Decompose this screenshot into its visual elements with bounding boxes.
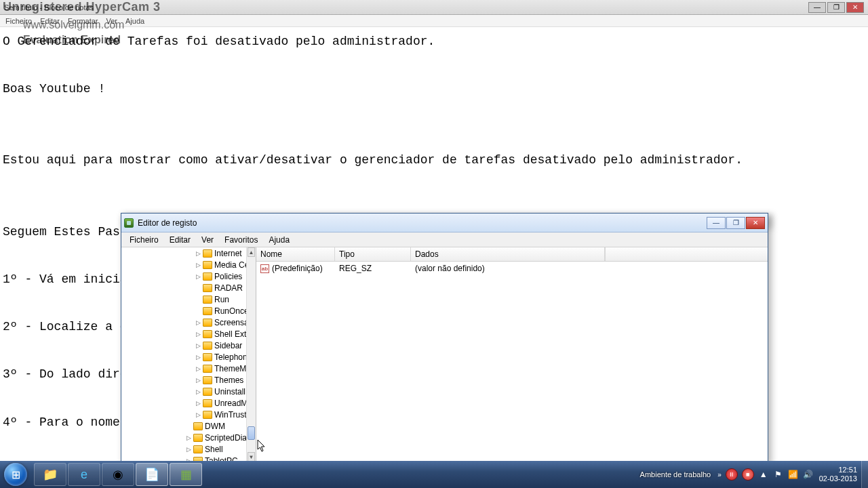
menu-ficheiro[interactable]: Ficheiro (5, 17, 32, 25)
scroll-down-icon[interactable]: ▼ (248, 452, 255, 462)
tree-label: ThemeManager (214, 364, 246, 373)
tree-label: Shell (205, 445, 223, 454)
menu-favoritos[interactable]: Favoritos (219, 234, 263, 246)
expander-icon[interactable]: ▷ (195, 400, 201, 407)
value-list-header[interactable]: Nome Tipo Dados (256, 247, 768, 262)
start-button[interactable] (0, 461, 31, 488)
tree-label: Screensavers (214, 318, 246, 327)
registry-tree[interactable]: ▷Internet▷Media Center▷PoliciesRADARRunR… (121, 247, 256, 462)
tree-node[interactable]: ▷Sidebar (121, 340, 246, 351)
show-desktop-button[interactable] (861, 461, 868, 488)
tree-node[interactable]: ▷Internet (121, 247, 246, 259)
folder-icon (193, 434, 203, 442)
menu-editar[interactable]: Editar (40, 17, 60, 25)
clock-time: 12:51 (819, 466, 857, 474)
menu-ver[interactable]: Ver (196, 234, 219, 246)
tree-label: Sidebar (214, 341, 242, 350)
tree-node[interactable]: ▷Telephony (121, 351, 246, 363)
tree-label: Telephony (214, 352, 246, 362)
expander-icon[interactable] (195, 285, 201, 291)
menu-ficheiro[interactable]: Ficheiro (124, 234, 164, 246)
folder-icon (203, 411, 212, 419)
tree-label: Shell Extensions (214, 329, 246, 339)
menu-ajuda[interactable]: Ajuda (263, 234, 295, 246)
tree-node[interactable]: RADAR (121, 282, 246, 293)
tree-node[interactable]: ▷ScriptedDiagnostics (121, 432, 246, 443)
expander-icon[interactable]: ▷ (195, 411, 201, 418)
folder-icon (203, 365, 212, 373)
menu-formatar[interactable]: Formatar (68, 17, 98, 25)
menu-editar[interactable]: Editar (164, 234, 196, 246)
expander-icon[interactable]: ▷ (185, 434, 192, 441)
col-spacer[interactable] (605, 247, 768, 261)
tree-node[interactable]: ▷ThemeManager (121, 363, 246, 374)
folder-icon (203, 319, 212, 327)
tree-label: Policies (214, 272, 242, 281)
tree-node[interactable]: ▷UnreadMail (121, 397, 246, 409)
tree-label: ScriptedDiagnostics (205, 433, 246, 443)
volume-icon[interactable]: 🔊 (803, 469, 814, 480)
taskbar-chrome[interactable]: ◉ (102, 463, 134, 486)
tree-label: DWM (205, 422, 225, 431)
tree-node[interactable]: ▷Themes (121, 374, 246, 386)
maximize-button[interactable]: ❐ (827, 2, 845, 13)
scroll-thumb[interactable] (248, 426, 255, 440)
minimize-button[interactable]: — (707, 217, 726, 229)
record-stop-icon[interactable]: ■ (742, 468, 754, 481)
col-name[interactable]: Nome (256, 247, 335, 261)
expander-icon[interactable]: ▷ (195, 331, 201, 338)
tree-node[interactable]: DWM (121, 420, 246, 432)
tree-node[interactable]: ▷Policies (121, 270, 246, 282)
menu-ver[interactable]: Ver (106, 17, 118, 25)
active-desktop-label[interactable]: Ambiente de trabalho (640, 470, 711, 479)
action-center-icon[interactable]: ⚑ (773, 469, 784, 480)
expander-icon[interactable]: ▷ (195, 273, 201, 280)
close-button[interactable]: ✕ (846, 2, 864, 13)
expander-icon[interactable]: ▷ (195, 319, 201, 326)
record-pause-icon[interactable]: II (726, 468, 738, 481)
close-button[interactable]: ✕ (746, 217, 765, 229)
taskbar-explorer[interactable]: 📁 (34, 463, 66, 486)
value-list-body[interactable]: ab(Predefinição)REG_SZ(valor não definid… (256, 262, 768, 462)
string-value-icon: ab (260, 264, 269, 273)
value-row[interactable]: ab(Predefinição)REG_SZ(valor não definid… (256, 262, 768, 275)
tree-label: WinTrust (214, 410, 246, 420)
taskbar-ie[interactable]: e (68, 463, 100, 486)
col-type[interactable]: Tipo (335, 247, 411, 261)
minimize-button[interactable]: — (808, 2, 826, 13)
expander-icon[interactable]: ▷ (185, 446, 192, 453)
tree-node[interactable]: RunOnce (121, 305, 246, 317)
taskbar-clock[interactable]: 12:51 02-03-2013 (819, 466, 857, 483)
tray-arrow-icon[interactable]: ▲ (758, 469, 769, 480)
tree-node[interactable]: ▷Shell Extensions (121, 328, 246, 340)
expander-icon[interactable]: ▷ (195, 365, 201, 372)
expander-icon[interactable] (185, 423, 192, 430)
maximize-button[interactable]: ❐ (726, 217, 745, 229)
tree-node[interactable]: Run (121, 293, 246, 305)
scroll-up-icon[interactable]: ▲ (248, 247, 255, 257)
expander-icon[interactable]: ▷ (195, 262, 201, 268)
tree-scrollbar[interactable]: ▲ ▼ (246, 247, 256, 462)
col-data[interactable]: Dados (411, 247, 605, 261)
tree-node[interactable]: ▷WinTrust (121, 409, 246, 420)
regedit-titlebar[interactable]: Editor de registo — ❐ ✕ (121, 214, 768, 232)
value-name: (Predefinição) (272, 264, 323, 273)
expander-icon[interactable]: ▷ (195, 354, 201, 361)
expander-icon[interactable]: ▷ (195, 377, 201, 384)
tree-node[interactable]: ▷Shell (121, 443, 246, 455)
taskbar-notepad[interactable]: 📄 (136, 463, 168, 486)
expander-icon[interactable] (195, 308, 201, 314)
menu-ajuda[interactable]: Ajuda (125, 17, 144, 25)
expander-icon[interactable] (195, 296, 201, 303)
expander-icon[interactable]: ▷ (195, 342, 201, 349)
tree-node[interactable]: ▷Media Center (121, 259, 246, 270)
taskbar-regedit[interactable]: ▦ (170, 463, 202, 486)
network-icon[interactable]: 📶 (788, 469, 799, 480)
notepad-titlebar[interactable]: Sem título - Bloco de notas — ❐ ✕ (0, 0, 868, 15)
regedit-window: Editor de registo — ❐ ✕ FicheiroEditarVe… (121, 213, 768, 462)
expander-icon[interactable]: ▷ (195, 388, 201, 395)
tree-node[interactable]: ▷Screensavers (121, 317, 246, 328)
toolbar-chevron-icon[interactable]: » (717, 471, 722, 479)
tree-node[interactable]: ▷Uninstall (121, 386, 246, 397)
expander-icon[interactable]: ▷ (195, 250, 201, 257)
